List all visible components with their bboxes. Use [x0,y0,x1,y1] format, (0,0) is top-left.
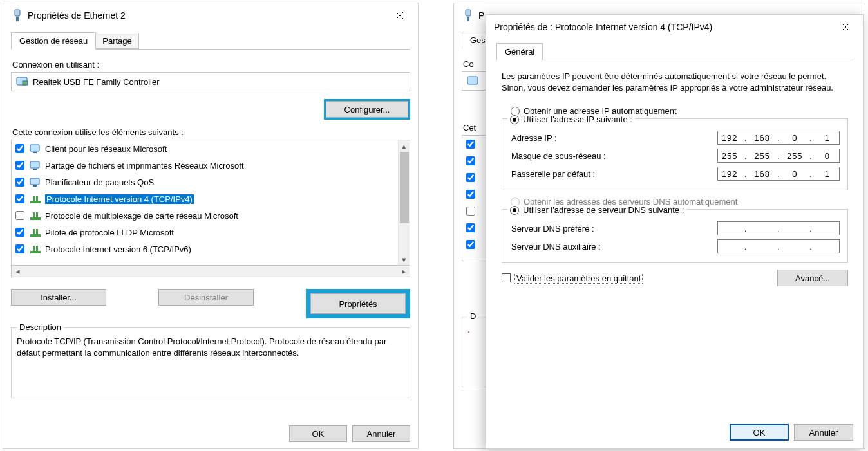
dns-manual-label: Utiliser l'adresse de serveur DNS suivan… [523,205,684,215]
item-checkbox [466,173,475,182]
dns-alt-input[interactable]: ... [717,239,840,253]
dns-manual-group: Utiliser l'adresse de serveur DNS suivan… [502,209,848,263]
ip-address-input[interactable]: 192.168.0.1 [717,131,840,145]
scroll-thumb[interactable] [400,152,409,223]
item-checkbox[interactable] [15,244,24,253]
svg-rect-16 [30,234,41,237]
bg-desc-legend: D [467,311,478,321]
component-icon [30,143,41,154]
list-item[interactable]: Planificateur de paquets QoS [12,174,398,190]
scroll-left-icon[interactable]: ◂ [12,266,23,277]
tab-network[interactable]: Gestion de réseau [11,32,96,50]
tab-general[interactable]: Général [496,43,543,60]
ipv4-title: Propriétés de : Protocole Internet versi… [494,22,831,32]
item-label: Protocole Internet version 4 (TCP/IPv4) [45,194,194,204]
ok-button[interactable]: OK [289,425,347,442]
scroll-up-icon[interactable]: ▴ [399,140,410,152]
nic-icon [467,75,480,87]
scroll-right-icon[interactable]: ▸ [398,266,410,277]
dns-manual-radio-row[interactable]: Utiliser l'adresse de serveur DNS suivan… [507,205,686,215]
ok-button[interactable]: OK [730,424,789,441]
item-label: Pilote de protocole LLDP Microsoft [45,228,174,237]
component-icon [30,193,41,205]
svg-rect-15 [36,212,38,217]
ethernet-title: Propriétés de Ethernet 2 [28,10,386,21]
list-item[interactable]: Protocole Internet version 6 (TCP/IPv6) [12,241,398,257]
ip-manual-radio-row[interactable]: Utiliser l'adresse IP suivante : [507,115,635,124]
item-label: Partage de fichiers et imprimantes Résea… [45,161,244,170]
svg-rect-9 [33,185,37,187]
item-checkbox[interactable] [15,194,24,203]
ip-address-label: Adresse IP : [511,133,717,143]
nic-icon [16,76,29,87]
subnet-mask-label: Masque de sous-réseau : [511,151,717,161]
item-checkbox[interactable] [15,161,24,170]
svg-rect-10 [30,201,41,203]
list-item[interactable]: Protocole de multiplexage de carte résea… [12,207,398,224]
list-item[interactable]: Partage de fichiers et imprimantes Résea… [12,157,398,174]
configure-highlight: Configurer... [324,99,410,120]
svg-rect-13 [30,217,41,220]
dns-pref-label: Serveur DNS préféré : [511,224,717,234]
svg-rect-8 [30,178,39,185]
ipv4-properties-window: Propriétés de : Protocole Internet versi… [486,14,864,449]
item-checkbox [466,207,475,216]
ethernet-tabs: Gestion de réseau Partage [11,32,410,50]
item-checkbox [466,190,475,199]
subnet-mask-input[interactable]: 255.255.255.0 [717,149,840,163]
list-item[interactable]: Pilote de protocole LLDP Microsoft [12,224,398,241]
list-item[interactable]: Client pour les réseaux Microsoft [12,140,398,157]
connect-using-label: Connexion en utilisant : [12,60,410,69]
svg-rect-6 [30,161,39,168]
dns-pref-input[interactable]: ... [717,221,840,235]
list-scrollbar[interactable]: ▴ ▾ [398,140,410,265]
components-list[interactable]: Client pour les réseaux MicrosoftPartage… [11,140,410,266]
component-icon [30,176,41,188]
svg-rect-0 [15,10,20,16]
svg-rect-23 [467,17,469,21]
close-button[interactable] [386,6,414,25]
component-icon [30,226,41,238]
item-checkbox[interactable] [15,211,24,220]
item-checkbox[interactable] [15,228,24,237]
ethernet-titlebar: Propriétés de Ethernet 2 [3,3,418,28]
svg-rect-24 [467,77,478,84]
svg-rect-4 [30,145,39,151]
component-icon [30,210,41,221]
network-adapter-icon [462,9,475,22]
configure-button[interactable]: Configurer... [326,101,408,118]
validate-label: Valider les paramètres en quittant [514,273,643,284]
item-checkbox[interactable] [15,144,24,153]
radio-icon [510,206,519,215]
network-adapter-icon [11,9,24,22]
properties-highlight: Propriétés [306,289,410,318]
ipv4-tabs: Général [496,43,853,60]
item-checkbox [466,156,475,165]
cancel-button[interactable]: Annuler [794,424,853,441]
advanced-button[interactable]: Avancé... [777,270,848,286]
install-button[interactable]: Installer... [11,289,106,306]
list-item[interactable]: Protocole Internet version 4 (TCP/IPv4) [12,190,398,207]
svg-rect-1 [16,17,19,21]
ipv4-titlebar: Propriétés de : Protocole Internet versi… [486,15,863,39]
svg-rect-5 [33,152,37,153]
tab-sharing[interactable]: Partage [95,33,139,49]
close-button[interactable] [831,17,860,37]
description-legend: Description [17,322,64,332]
gateway-input[interactable]: 192.168.0.1 [717,167,840,181]
item-label: Protocole de multiplexage de carte résea… [45,211,238,221]
ip-manual-group: Utiliser l'adresse IP suivante : Adresse… [502,118,848,190]
properties-button[interactable]: Propriétés [310,293,406,314]
item-label: Protocole Internet version 6 (TCP/IPv6) [45,244,191,254]
item-checkbox[interactable] [15,178,24,187]
scroll-down-icon[interactable]: ▾ [399,253,410,265]
list-hscroll[interactable]: ◂ ▸ [11,266,410,277]
validate-checkbox-row[interactable]: Valider les paramètres en quittant [502,273,643,284]
description-text: Protocole TCP/IP (Transmission Control P… [17,336,404,358]
item-checkbox [466,140,475,149]
adapter-box: Realtek USB FE Family Controller [11,72,410,91]
item-label: Planificateur de paquets QoS [45,178,154,187]
gateway-label: Passerelle par défaut : [511,169,717,179]
cancel-button[interactable]: Annuler [352,425,410,442]
item-label: Client pour les réseaux Microsoft [45,144,167,154]
